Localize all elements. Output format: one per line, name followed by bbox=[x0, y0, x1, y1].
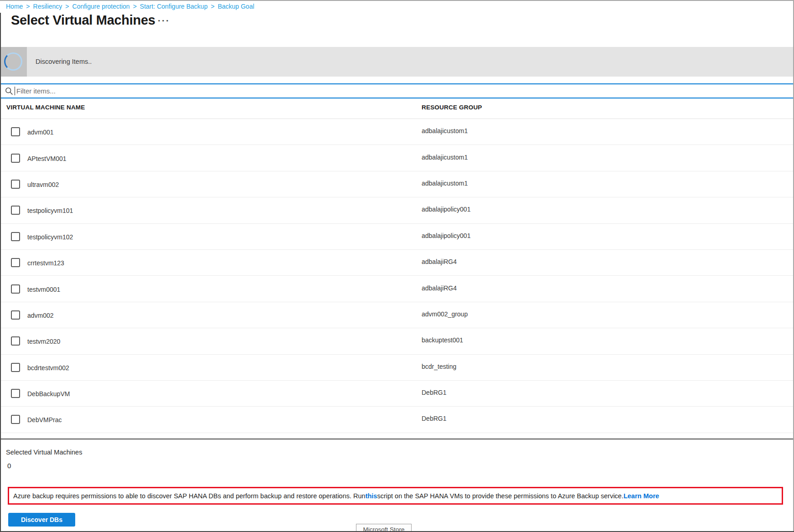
frame-border-top bbox=[0, 0, 794, 1]
breadcrumb-link-3[interactable]: Start: Configure Backup bbox=[140, 3, 208, 10]
section-divider bbox=[0, 439, 794, 439]
vm-name: testpolicyvm101 bbox=[27, 207, 73, 214]
column-header-vm-name: VIRTUAL MACHINE NAME bbox=[6, 104, 85, 111]
table-row[interactable]: testpolicyvm102 adbalajipolicy001 bbox=[0, 224, 794, 250]
discover-dbs-button[interactable]: Discover DBs bbox=[8, 513, 75, 527]
table-row[interactable]: testvm0001 adbalajiRG4 bbox=[0, 276, 794, 302]
resource-group: DebRG1 bbox=[422, 415, 446, 423]
table-row[interactable]: ultravm002 adbalajicustom1 bbox=[0, 171, 794, 197]
table-row[interactable]: APtestVM001 adbalajicustom1 bbox=[0, 145, 794, 171]
vm-checkbox[interactable] bbox=[11, 310, 20, 320]
spinner-container bbox=[0, 47, 27, 77]
resource-group: adbalajicustom1 bbox=[422, 127, 468, 134]
vm-name: DebBackupVM bbox=[27, 390, 70, 398]
learn-more-link[interactable]: Learn More bbox=[624, 492, 659, 500]
vm-name: DebVMPrac bbox=[27, 416, 62, 424]
vm-checkbox[interactable] bbox=[11, 415, 20, 424]
vm-table-body: advm001 adbalajicustom1 APtestVM001 adba… bbox=[0, 119, 794, 433]
vm-checkbox[interactable] bbox=[11, 180, 20, 189]
vm-name: bcdrtestvm002 bbox=[27, 364, 69, 371]
vm-name: ultravm002 bbox=[27, 181, 59, 188]
vm-name: advm002 bbox=[27, 312, 54, 319]
vm-checkbox[interactable] bbox=[11, 232, 20, 241]
frame-border-left bbox=[0, 13, 1, 532]
vm-name: testvm0001 bbox=[27, 285, 60, 293]
vm-name: testvm2020 bbox=[27, 338, 60, 345]
resource-group: DebRG1 bbox=[422, 389, 446, 396]
vm-name: advm001 bbox=[27, 129, 54, 136]
breadcrumb: Home>Resiliency>Configure protection>Sta… bbox=[6, 3, 254, 10]
vm-checkbox[interactable] bbox=[11, 389, 20, 398]
vm-name: APtestVM001 bbox=[27, 155, 67, 162]
breadcrumb-separator: > bbox=[133, 3, 137, 10]
selected-vms-count: 0 bbox=[7, 462, 11, 470]
select-virtual-machines-blade: Home>Resiliency>Configure protection>Sta… bbox=[0, 0, 794, 532]
table-row[interactable]: testvm2020 backuptest001 bbox=[0, 328, 794, 354]
resource-group: backuptest001 bbox=[422, 336, 463, 344]
vm-checkbox[interactable] bbox=[11, 363, 20, 372]
filter-input[interactable] bbox=[16, 85, 427, 97]
resource-group: adbalajicustom1 bbox=[422, 154, 468, 161]
resource-group: adbalajipolicy001 bbox=[422, 206, 470, 213]
permissions-notice: Azure backup requires permissions to abl… bbox=[8, 487, 783, 505]
notice-text-2: script on the SAP HANA VMs to provide th… bbox=[377, 492, 624, 500]
table-row[interactable]: DebVMPrac DebRG1 bbox=[0, 407, 794, 433]
breadcrumb-link-0[interactable]: Home bbox=[6, 3, 23, 10]
vm-checkbox[interactable] bbox=[11, 154, 20, 163]
vm-checkbox[interactable] bbox=[11, 127, 20, 136]
breadcrumb-link-2[interactable]: Configure protection bbox=[72, 3, 130, 10]
column-header-resource-group: RESOURCE GROUP bbox=[422, 104, 482, 111]
table-row[interactable]: crrtestvm123 adbalajiRG4 bbox=[0, 250, 794, 276]
resource-group: adbalajiRG4 bbox=[422, 258, 457, 265]
vm-checkbox[interactable] bbox=[11, 336, 20, 346]
table-row[interactable]: advm001 adbalajicustom1 bbox=[0, 119, 794, 145]
resource-group: advm002_group bbox=[422, 310, 468, 318]
table-row[interactable]: bcdrtestvm002 bcdr_testing bbox=[0, 355, 794, 381]
table-header: VIRTUAL MACHINE NAME RESOURCE GROUP bbox=[0, 98, 794, 119]
vm-checkbox[interactable] bbox=[11, 206, 20, 215]
vm-name: testpolicyvm102 bbox=[27, 233, 73, 240]
text-caret bbox=[15, 87, 15, 95]
resource-group: adbalajiRG4 bbox=[422, 284, 457, 292]
table-row[interactable]: testpolicyvm101 adbalajipolicy001 bbox=[0, 197, 794, 223]
page-title: Select Virtual Machines bbox=[11, 13, 155, 28]
ellipsis-menu-icon[interactable]: ··· bbox=[158, 15, 170, 26]
discovery-banner: Discovering Items.. bbox=[0, 47, 794, 77]
breadcrumb-link-4[interactable]: Backup Goal bbox=[218, 3, 254, 10]
discovery-status-text: Discovering Items.. bbox=[36, 47, 92, 77]
table-row[interactable]: advm002 advm002_group bbox=[0, 302, 794, 328]
breadcrumb-separator: > bbox=[26, 3, 30, 10]
vm-checkbox[interactable] bbox=[11, 258, 20, 267]
resource-group: adbalajipolicy001 bbox=[422, 232, 470, 239]
filter-box bbox=[0, 83, 794, 98]
selected-vms-label: Selected Virtual Machines bbox=[6, 449, 82, 456]
resource-group: adbalajicustom1 bbox=[422, 180, 468, 187]
table-row[interactable]: DebBackupVM DebRG1 bbox=[0, 381, 794, 407]
vm-checkbox[interactable] bbox=[11, 284, 20, 294]
this-script-link[interactable]: this bbox=[366, 492, 377, 500]
resource-group: bcdr_testing bbox=[422, 363, 456, 370]
notice-text-1: Azure backup requires permissions to abl… bbox=[13, 492, 366, 500]
vm-name: crrtestvm123 bbox=[27, 259, 64, 267]
progress-spinner-icon bbox=[4, 52, 22, 71]
breadcrumb-separator: > bbox=[211, 3, 214, 10]
breadcrumb-link-1[interactable]: Resiliency bbox=[33, 3, 62, 10]
search-icon bbox=[5, 87, 13, 95]
breadcrumb-separator: > bbox=[65, 3, 69, 10]
